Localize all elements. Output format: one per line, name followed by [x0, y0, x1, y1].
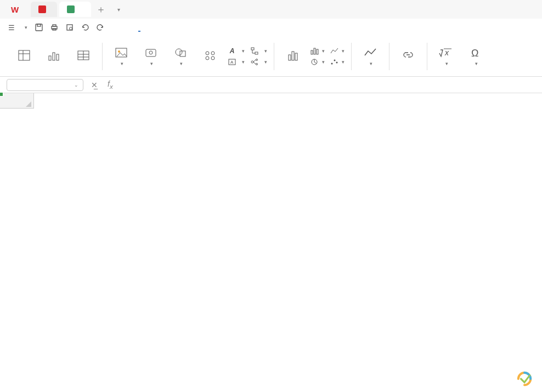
chevron-down-icon: ⌄	[74, 82, 78, 88]
menu-hamburger-icon[interactable]: ☰	[4, 20, 19, 35]
svg-point-24	[211, 52, 214, 55]
screenshot-icon	[144, 47, 157, 59]
sparkline-button[interactable]: ▾	[358, 47, 382, 66]
menu-ffgz[interactable]	[261, 24, 274, 31]
formula-bar: ⌄ ✕̲ fx	[0, 77, 542, 93]
chevron-down-icon: ▾	[322, 48, 325, 54]
menu-start[interactable]	[118, 24, 132, 31]
chart-line-button[interactable]: ▾	[330, 47, 345, 55]
menu-efficiency[interactable]	[247, 24, 260, 31]
menu-insert[interactable]	[133, 24, 146, 31]
picture-button[interactable]: ▾	[109, 47, 133, 66]
svg-point-23	[206, 52, 209, 55]
fx-icon[interactable]: fx	[105, 79, 115, 90]
menu-bar: ☰ ▾	[0, 19, 542, 36]
app-logo: W	[4, 2, 29, 17]
svg-rect-19	[146, 49, 156, 56]
file-menu[interactable]: ▾	[20, 20, 31, 35]
all-charts-button[interactable]	[281, 49, 305, 64]
table-icon	[77, 49, 90, 61]
svg-rect-39	[317, 49, 318, 54]
chevron-down-icon: ▾	[322, 59, 325, 65]
symbol-button[interactable]: Ω ▾	[464, 47, 488, 66]
wordart-button[interactable]: A ▾	[228, 47, 245, 55]
tab-more-button[interactable]: ▾	[111, 2, 126, 17]
select-all-corner[interactable]	[0, 93, 34, 109]
tab-add-button[interactable]: ＋	[93, 2, 109, 17]
pivot-chart-icon	[47, 49, 60, 61]
chevron-down-icon: ▾	[150, 61, 153, 66]
undo-icon[interactable]	[78, 20, 92, 35]
wps-logo-icon: W	[11, 5, 19, 14]
svg-point-33	[256, 63, 258, 65]
hyperlink-button[interactable]	[396, 49, 420, 64]
svg-text:Ω: Ω	[471, 48, 478, 59]
print-icon[interactable]	[47, 20, 61, 35]
chart-scatter-button[interactable]: ▾	[330, 58, 345, 66]
svg-point-32	[256, 59, 258, 60]
name-box[interactable]: ⌄	[7, 79, 83, 91]
menu-data[interactable]	[176, 24, 189, 31]
icons-button[interactable]	[198, 49, 222, 64]
menu-review[interactable]	[190, 24, 203, 31]
svg-rect-36	[295, 53, 297, 60]
watermark	[516, 370, 537, 388]
symbol-icon: Ω	[469, 47, 482, 59]
menu-member[interactable]	[233, 24, 246, 31]
svg-rect-22	[180, 51, 185, 56]
chevron-down-icon: ▾	[264, 59, 267, 65]
svg-rect-34	[289, 55, 291, 60]
menu-formula[interactable]	[161, 24, 174, 31]
pivot-table-button[interactable]	[12, 49, 36, 64]
svg-rect-1	[37, 24, 41, 26]
menu-tools[interactable]	[218, 24, 232, 31]
pie-small-icon	[310, 58, 319, 66]
spreadsheet-icon	[67, 5, 75, 13]
print-preview-icon[interactable]	[63, 20, 77, 35]
chevron-down-icon: ▾	[445, 61, 448, 66]
pivot-chart-button[interactable]	[42, 49, 66, 64]
bar-chart-icon	[286, 49, 300, 61]
mindmap-button[interactable]: ▾	[250, 58, 267, 66]
equation-button[interactable]: x ▾	[434, 47, 458, 66]
watermark-icon	[516, 370, 533, 388]
menu-page[interactable]	[147, 24, 160, 31]
flowchart-button[interactable]: ▾	[250, 47, 267, 55]
textbox-button[interactable]: A ▾	[228, 58, 245, 66]
textbox-icon: A	[228, 58, 236, 66]
save-icon[interactable]	[32, 20, 46, 35]
doc-template-icon	[38, 5, 46, 13]
cancel-icon[interactable]: ✕̲	[89, 81, 100, 89]
redo-icon[interactable]	[93, 20, 108, 35]
spreadsheet-grid[interactable]	[0, 93, 542, 392]
screenshot-button[interactable]: ▾	[139, 47, 163, 66]
svg-rect-10	[49, 56, 51, 60]
menu-di[interactable]	[275, 24, 289, 31]
svg-text:A: A	[230, 60, 234, 65]
chevron-down-icon: ▾	[242, 48, 245, 54]
flowchart-icon	[250, 47, 259, 55]
shapes-button[interactable]: ▾	[168, 47, 193, 66]
tab-templates[interactable]	[31, 2, 57, 17]
svg-rect-35	[292, 52, 294, 60]
svg-point-21	[176, 49, 182, 55]
table-button[interactable]	[71, 49, 95, 64]
svg-point-31	[251, 61, 253, 63]
chevron-down-icon: ▾	[242, 59, 245, 65]
icons-icon	[204, 49, 217, 61]
svg-point-26	[211, 56, 214, 60]
chevron-down-icon: ▾	[121, 61, 123, 66]
sparkline-icon	[364, 47, 377, 59]
svg-rect-30	[255, 52, 258, 54]
svg-point-20	[149, 51, 153, 54]
equation-icon: x	[438, 47, 454, 59]
chevron-down-icon: ▾	[475, 61, 478, 66]
menu-view[interactable]	[204, 24, 217, 31]
svg-point-6	[70, 27, 72, 30]
chart-pie-button[interactable]: ▾	[310, 58, 325, 66]
title-bar: W ＋ ▾	[0, 0, 542, 19]
chart-bar-button[interactable]: ▾	[310, 47, 325, 55]
tab-workbook[interactable]	[59, 2, 91, 17]
formula-input[interactable]	[121, 79, 535, 91]
scatter-small-icon	[330, 58, 339, 66]
